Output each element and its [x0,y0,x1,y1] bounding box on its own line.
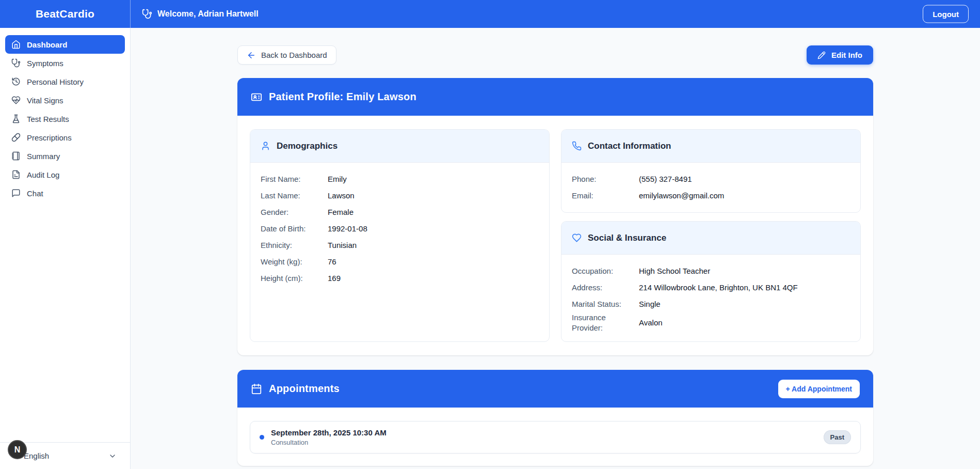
patient-profile-header: Patient Profile: Emily Lawson [237,78,873,116]
field-row-insurance-provider: Insurance Provider: Avalon [572,312,850,333]
sidebar-nav: Dashboard Symptoms Personal History Vita… [0,28,130,442]
sidebar-item-dashboard[interactable]: Dashboard [5,35,125,54]
sidebar-item-prescriptions[interactable]: Prescriptions [5,128,125,147]
contact-information-header: Contact Information [561,130,860,163]
field-row-gender: Gender: Female [261,204,539,221]
app-logo: BeatCardio [0,0,131,28]
social-insurance-card: Social & Insurance Occupation: High Scho… [561,221,861,342]
avatar[interactable]: N [8,440,27,459]
back-to-dashboard-button[interactable]: Back to Dashboard [237,45,336,65]
edit-info-button[interactable]: Edit Info [807,45,873,65]
chevron-down-icon [108,452,117,460]
pencil-icon [817,51,826,59]
calendar-icon [251,383,262,395]
sidebar-item-label: Vital Signs [27,96,63,105]
stethoscope-icon [11,58,21,68]
appointment-datetime: September 28th, 2025 10:30 AM [271,428,387,437]
sidebar-item-label: Chat [27,189,43,198]
id-card-icon [251,91,262,103]
contact-information-card: Contact Information Phone: (555) 327-849… [561,129,861,213]
demographics-header: Demographics [250,130,549,163]
field-row-phone: Phone: (555) 327-8491 [572,171,850,187]
field-row-dob: Date of Birth: 1992-01-08 [261,221,539,237]
heart-pulse-icon [11,96,21,105]
logout-button[interactable]: Logout [923,5,969,23]
sidebar-item-label: Summary [27,152,60,161]
appointment-status-badge: Past [824,430,851,444]
sidebar-item-chat[interactable]: Chat [5,184,125,202]
page-title: Patient Profile: Emily Lawson [269,91,416,103]
appointment-row[interactable]: September 28th, 2025 10:30 AM Consultati… [250,421,861,454]
chat-icon [11,189,21,198]
field-row-occupation: Occupation: High School Teacher [572,263,850,279]
flask-icon [11,114,21,123]
sidebar-item-label: Symptoms [27,59,63,68]
file-text-icon [11,170,21,179]
field-row-height: Height (cm): 169 [261,270,539,287]
appointment-bullet-dot [260,435,264,440]
main-content: Back to Dashboard Edit Info Patient Prof… [131,28,980,469]
arrow-left-icon [247,51,256,60]
demographics-card: Demographics First Name: Emily Last Name… [250,129,550,342]
sidebar: Dashboard Symptoms Personal History Vita… [0,28,131,469]
sidebar-item-label: Prescriptions [27,133,72,142]
sidebar-item-summary[interactable]: Summary [5,147,125,165]
sidebar-item-test-results[interactable]: Test Results [5,110,125,128]
sidebar-item-label: Personal History [27,77,84,86]
sidebar-item-label: Test Results [27,115,69,123]
field-row-last-name: Last Name: Lawson [261,187,539,204]
sidebar-item-vital-signs[interactable]: Vital Signs [5,91,125,110]
sidebar-item-personal-history[interactable]: Personal History [5,72,125,91]
field-row-marital-status: Marital Status: Single [572,296,850,312]
language-value: English [24,451,108,460]
home-icon [11,40,21,49]
field-row-ethnicity: Ethnicity: Tunisian [261,237,539,254]
toolbar: Back to Dashboard Edit Info [237,45,873,65]
appointments-card: Appointments + Add Appointment September… [237,370,873,466]
history-icon [11,77,21,86]
sidebar-item-audit-log[interactable]: Audit Log [5,165,125,184]
appointments-header: Appointments + Add Appointment [237,370,873,408]
pill-icon [11,133,21,142]
patient-profile-card: Patient Profile: Emily Lawson Demographi… [237,78,873,355]
phone-icon [572,141,582,151]
field-row-address: Address: 214 Willowbrook Lane, Brighton,… [572,279,850,296]
appointment-type: Consultation [271,438,387,447]
appointments-title: Appointments [269,383,340,395]
top-bar: BeatCardio Welcome, Adrian Hartwell Logo… [0,0,980,28]
user-icon [261,141,270,151]
sidebar-item-label: Audit Log [27,170,59,179]
field-row-first-name: First Name: Emily [261,171,539,187]
notebook-icon [11,151,21,161]
sidebar-item-label: Dashboard [27,40,67,49]
welcome-banner: Welcome, Adrian Hartwell [131,9,259,19]
stethoscope-icon [142,9,152,19]
welcome-text: Welcome, Adrian Hartwell [157,9,259,19]
heart-icon [572,233,582,243]
social-insurance-header: Social & Insurance [561,222,860,255]
field-row-email: Email: emilylawson@gmail.com [572,187,850,204]
sidebar-item-symptoms[interactable]: Symptoms [5,54,125,72]
add-appointment-button[interactable]: + Add Appointment [778,380,860,398]
field-row-weight: Weight (kg): 76 [261,254,539,270]
